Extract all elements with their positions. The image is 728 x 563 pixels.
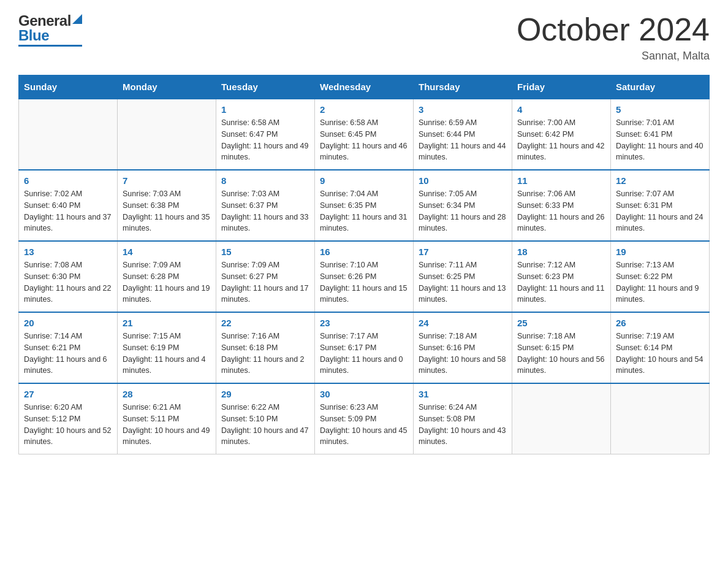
day-info: Sunrise: 7:08 AMSunset: 6:30 PMDaylight:…	[24, 259, 112, 305]
day-number: 6	[24, 175, 112, 186]
calendar-cell: 15Sunrise: 7:09 AMSunset: 6:27 PMDayligh…	[216, 241, 315, 312]
day-info: Sunrise: 7:10 AMSunset: 6:26 PMDaylight:…	[320, 259, 408, 305]
calendar-cell: 16Sunrise: 7:10 AMSunset: 6:26 PMDayligh…	[315, 241, 414, 312]
title-block: October 2024 Sannat, Malta	[517, 12, 710, 63]
day-number: 14	[123, 247, 211, 257]
calendar-cell: 25Sunrise: 7:18 AMSunset: 6:15 PMDayligh…	[512, 312, 611, 383]
week-row-5: 27Sunrise: 6:20 AMSunset: 5:12 PMDayligh…	[19, 383, 710, 454]
week-row-2: 6Sunrise: 7:02 AMSunset: 6:40 PMDaylight…	[19, 170, 710, 241]
day-info: Sunrise: 6:58 AMSunset: 6:47 PMDaylight:…	[221, 117, 309, 163]
day-number: 31	[419, 389, 507, 399]
location: Sannat, Malta	[517, 50, 710, 63]
calendar-cell	[19, 99, 118, 170]
day-number: 22	[221, 318, 309, 328]
calendar-cell: 27Sunrise: 6:20 AMSunset: 5:12 PMDayligh…	[19, 383, 118, 454]
weekday-header-friday: Friday	[512, 75, 611, 99]
day-number: 10	[419, 175, 507, 186]
calendar-cell: 3Sunrise: 6:59 AMSunset: 6:44 PMDaylight…	[414, 99, 512, 170]
day-number: 17	[419, 247, 507, 257]
day-info: Sunrise: 6:24 AMSunset: 5:08 PMDaylight:…	[419, 402, 507, 448]
day-info: Sunrise: 7:19 AMSunset: 6:14 PMDaylight:…	[616, 331, 704, 377]
weekday-header-row: SundayMondayTuesdayWednesdayThursdayFrid…	[19, 75, 710, 99]
calendar-cell: 17Sunrise: 7:11 AMSunset: 6:25 PMDayligh…	[414, 241, 512, 312]
day-number: 29	[221, 389, 309, 399]
day-number: 12	[616, 175, 704, 186]
week-row-1: 1Sunrise: 6:58 AMSunset: 6:47 PMDaylight…	[19, 99, 710, 170]
day-number: 30	[320, 389, 408, 399]
day-info: Sunrise: 7:01 AMSunset: 6:41 PMDaylight:…	[616, 117, 704, 163]
weekday-header-wednesday: Wednesday	[315, 75, 414, 99]
day-number: 4	[517, 104, 605, 115]
calendar-cell: 9Sunrise: 7:04 AMSunset: 6:35 PMDaylight…	[315, 170, 414, 241]
day-info: Sunrise: 6:21 AMSunset: 5:11 PMDaylight:…	[123, 402, 211, 448]
day-number: 20	[24, 318, 112, 328]
day-info: Sunrise: 7:09 AMSunset: 6:27 PMDaylight:…	[221, 259, 309, 305]
day-number: 2	[320, 104, 408, 115]
day-info: Sunrise: 7:18 AMSunset: 6:16 PMDaylight:…	[419, 331, 507, 377]
week-row-3: 13Sunrise: 7:08 AMSunset: 6:30 PMDayligh…	[19, 241, 710, 312]
calendar-cell: 28Sunrise: 6:21 AMSunset: 5:11 PMDayligh…	[118, 383, 216, 454]
day-info: Sunrise: 7:04 AMSunset: 6:35 PMDaylight:…	[320, 188, 408, 234]
calendar-cell: 11Sunrise: 7:06 AMSunset: 6:33 PMDayligh…	[512, 170, 611, 241]
calendar-cell	[512, 383, 611, 454]
day-number: 26	[616, 318, 704, 328]
day-number: 13	[24, 247, 112, 257]
weekday-header-thursday: Thursday	[414, 75, 512, 99]
day-number: 3	[419, 104, 507, 115]
calendar-cell: 13Sunrise: 7:08 AMSunset: 6:30 PMDayligh…	[19, 241, 118, 312]
day-number: 1	[221, 104, 309, 115]
logo-blue-text: Blue	[18, 27, 49, 44]
week-row-4: 20Sunrise: 7:14 AMSunset: 6:21 PMDayligh…	[19, 312, 710, 383]
day-number: 19	[616, 247, 704, 257]
day-info: Sunrise: 6:58 AMSunset: 6:45 PMDaylight:…	[320, 117, 408, 163]
day-number: 16	[320, 247, 408, 257]
calendar-cell: 23Sunrise: 7:17 AMSunset: 6:17 PMDayligh…	[315, 312, 414, 383]
calendar-cell: 8Sunrise: 7:03 AMSunset: 6:37 PMDaylight…	[216, 170, 315, 241]
calendar-cell: 21Sunrise: 7:15 AMSunset: 6:19 PMDayligh…	[118, 312, 216, 383]
calendar-table: SundayMondayTuesdayWednesdayThursdayFrid…	[18, 75, 710, 454]
day-info: Sunrise: 6:22 AMSunset: 5:10 PMDaylight:…	[221, 402, 309, 448]
day-info: Sunrise: 7:12 AMSunset: 6:23 PMDaylight:…	[517, 259, 605, 305]
weekday-header-monday: Monday	[118, 75, 216, 99]
day-number: 18	[517, 247, 605, 257]
page-header: General Blue October 2024 Sannat, Malta	[18, 12, 710, 63]
day-info: Sunrise: 7:17 AMSunset: 6:17 PMDaylight:…	[320, 331, 408, 377]
calendar-cell	[118, 99, 216, 170]
day-info: Sunrise: 7:13 AMSunset: 6:22 PMDaylight:…	[616, 259, 704, 305]
day-number: 8	[221, 175, 309, 186]
day-number: 28	[123, 389, 211, 399]
logo: General Blue	[18, 12, 82, 47]
day-info: Sunrise: 7:15 AMSunset: 6:19 PMDaylight:…	[123, 331, 211, 377]
day-number: 11	[517, 175, 605, 186]
calendar-cell: 7Sunrise: 7:03 AMSunset: 6:38 PMDaylight…	[118, 170, 216, 241]
logo-underline	[18, 45, 82, 47]
day-info: Sunrise: 7:05 AMSunset: 6:34 PMDaylight:…	[419, 188, 507, 234]
day-number: 24	[419, 318, 507, 328]
day-number: 15	[221, 247, 309, 257]
calendar-cell: 4Sunrise: 7:00 AMSunset: 6:42 PMDaylight…	[512, 99, 611, 170]
day-info: Sunrise: 6:23 AMSunset: 5:09 PMDaylight:…	[320, 402, 408, 448]
calendar-cell: 24Sunrise: 7:18 AMSunset: 6:16 PMDayligh…	[414, 312, 512, 383]
calendar-cell: 5Sunrise: 7:01 AMSunset: 6:41 PMDaylight…	[611, 99, 710, 170]
day-info: Sunrise: 7:03 AMSunset: 6:38 PMDaylight:…	[123, 188, 211, 234]
calendar-cell: 31Sunrise: 6:24 AMSunset: 5:08 PMDayligh…	[414, 383, 512, 454]
weekday-header-saturday: Saturday	[611, 75, 710, 99]
calendar-cell: 12Sunrise: 7:07 AMSunset: 6:31 PMDayligh…	[611, 170, 710, 241]
day-info: Sunrise: 7:09 AMSunset: 6:28 PMDaylight:…	[123, 259, 211, 305]
day-number: 21	[123, 318, 211, 328]
day-info: Sunrise: 7:03 AMSunset: 6:37 PMDaylight:…	[221, 188, 309, 234]
calendar-cell: 1Sunrise: 6:58 AMSunset: 6:47 PMDaylight…	[216, 99, 315, 170]
day-number: 9	[320, 175, 408, 186]
calendar-cell: 20Sunrise: 7:14 AMSunset: 6:21 PMDayligh…	[19, 312, 118, 383]
day-info: Sunrise: 7:11 AMSunset: 6:25 PMDaylight:…	[419, 259, 507, 305]
calendar-cell: 2Sunrise: 6:58 AMSunset: 6:45 PMDaylight…	[315, 99, 414, 170]
day-info: Sunrise: 7:14 AMSunset: 6:21 PMDaylight:…	[24, 331, 112, 377]
day-info: Sunrise: 6:20 AMSunset: 5:12 PMDaylight:…	[24, 402, 112, 448]
month-title: October 2024	[517, 12, 710, 47]
calendar-cell: 18Sunrise: 7:12 AMSunset: 6:23 PMDayligh…	[512, 241, 611, 312]
day-number: 7	[123, 175, 211, 186]
logo-arrow-icon	[72, 14, 82, 24]
weekday-header-sunday: Sunday	[19, 75, 118, 99]
calendar-cell: 14Sunrise: 7:09 AMSunset: 6:28 PMDayligh…	[118, 241, 216, 312]
day-number: 23	[320, 318, 408, 328]
